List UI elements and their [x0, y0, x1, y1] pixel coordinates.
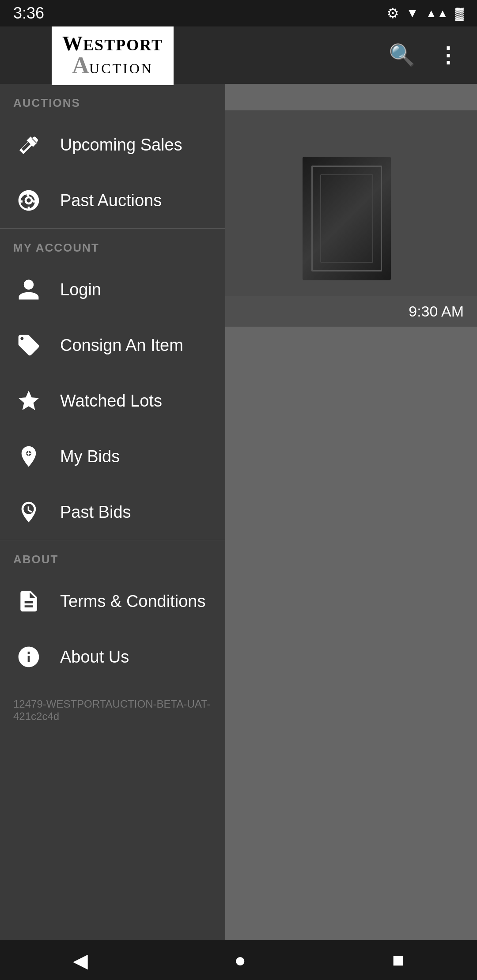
gavel-icon	[13, 129, 44, 160]
search-icon[interactable]: 🔍	[389, 43, 415, 68]
upcoming-sales-label: Upcoming Sales	[60, 136, 182, 155]
auction-time: 9:30 AM	[409, 303, 464, 320]
dollar-pin-icon	[13, 441, 44, 472]
back-button[interactable]: ◀	[55, 945, 106, 976]
status-time: 3:36	[13, 4, 44, 23]
artifact-image	[303, 157, 391, 280]
more-options-icon[interactable]: ⋮	[437, 43, 459, 68]
drawer-logo: W ESTPORT A UCTION	[0, 26, 225, 84]
terms-conditions-label: Terms & Conditions	[60, 592, 205, 611]
watched-lots-label: Watched Lots	[60, 392, 162, 411]
sidebar-item-consign-item[interactable]: Consign An Item	[0, 317, 225, 373]
auction-image-area: 9:30 AM	[216, 110, 477, 327]
sidebar-item-login[interactable]: Login	[0, 262, 225, 317]
sidebar-item-watched-lots[interactable]: Watched Lots	[0, 373, 225, 429]
wifi-icon: ▼	[406, 6, 419, 20]
signal-icon: ▲▲	[426, 7, 448, 20]
person-icon	[13, 274, 44, 305]
version-text: 12479-WESTPORTAUCTION-BETA-UAT-421c2c4d	[0, 685, 225, 736]
info-icon	[13, 641, 44, 672]
sidebar-item-upcoming-sales[interactable]: Upcoming Sales	[0, 117, 225, 173]
sidebar-item-past-auctions[interactable]: Past Auctions	[0, 173, 225, 228]
sidebar-item-past-bids[interactable]: Past Bids	[0, 484, 225, 540]
sidebar-item-about-us[interactable]: About Us	[0, 629, 225, 685]
bottom-navigation: ◀ ● ■	[0, 940, 477, 980]
recent-button[interactable]: ■	[375, 945, 422, 976]
past-auctions-label: Past Auctions	[60, 191, 162, 210]
sidebar-item-my-bids[interactable]: My Bids	[0, 429, 225, 484]
status-bar: 3:36 ⚙ ▼ ▲▲ ▓	[0, 0, 477, 26]
tag-icon	[13, 330, 44, 361]
about-us-label: About Us	[60, 648, 129, 667]
navigation-drawer: W ESTPORT A UCTION AUCTIONS Upcoming Sal…	[0, 26, 225, 940]
dollar-circle-icon	[13, 185, 44, 216]
logo-box: W ESTPORT A UCTION	[52, 26, 174, 85]
sidebar-item-terms-conditions[interactable]: Terms & Conditions	[0, 573, 225, 629]
home-button[interactable]: ●	[216, 945, 264, 976]
document-icon	[13, 586, 44, 617]
section-header-auctions: AUCTIONS	[0, 84, 225, 117]
section-header-about: ABOUT	[0, 540, 225, 573]
battery-icon: ▓	[455, 7, 464, 20]
status-icons: ⚙ ▼ ▲▲ ▓	[386, 5, 464, 22]
logo-a: A	[72, 52, 89, 79]
consign-item-label: Consign An Item	[60, 336, 183, 355]
section-header-my-account: MY ACCOUNT	[0, 229, 225, 262]
my-bids-label: My Bids	[60, 447, 120, 466]
settings-icon: ⚙	[386, 5, 399, 22]
past-bids-label: Past Bids	[60, 503, 131, 522]
login-label: Login	[60, 280, 101, 299]
star-icon	[13, 385, 44, 416]
auction-time-badge: 9:30 AM	[216, 296, 477, 327]
logo-uction: UCTION	[89, 60, 153, 77]
clock-pin-icon	[13, 497, 44, 528]
